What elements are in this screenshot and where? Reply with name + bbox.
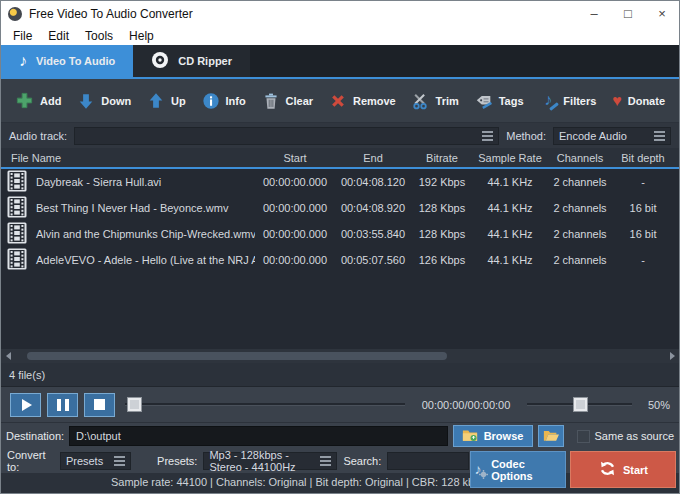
file-row[interactable]: Daybreak - Sierra Hull.avi 00:00:00.000 … bbox=[1, 169, 679, 195]
presets-dropdown[interactable]: Mp3 - 128kbps - Stereo - 44100Hz bbox=[203, 452, 337, 470]
file-row[interactable]: AdeleVEVO - Adele - Hello (Live at the N… bbox=[1, 247, 679, 273]
file-name: Best Thing I Never Had - Beyonce.wmv bbox=[36, 202, 228, 214]
audio-track-dropdown[interactable] bbox=[74, 127, 499, 145]
stop-button[interactable] bbox=[84, 393, 115, 417]
x-icon bbox=[329, 92, 347, 110]
filters-button[interactable]: ♪ Filters bbox=[539, 92, 596, 110]
pause-button[interactable] bbox=[47, 393, 78, 417]
cell-channels: 2 channels bbox=[547, 254, 613, 266]
menu-file[interactable]: File bbox=[5, 29, 40, 43]
menu-bar: File Edit Tools Help bbox=[1, 27, 679, 45]
minimize-button[interactable]: – bbox=[577, 1, 611, 27]
cell-end: 00:04:08.120 bbox=[335, 176, 411, 188]
cell-channels: 2 channels bbox=[547, 176, 613, 188]
file-row[interactable]: Alvin and the Chipmunks Chip-Wrecked.wmv… bbox=[1, 221, 679, 247]
music-note-icon: ♪ bbox=[19, 52, 27, 70]
file-name: AdeleVEVO - Adele - Hello (Live at the N… bbox=[36, 254, 255, 266]
play-icon bbox=[22, 399, 32, 411]
refresh-icon bbox=[598, 459, 617, 480]
search-input[interactable] bbox=[387, 452, 469, 470]
volume-slider-thumb[interactable] bbox=[573, 397, 588, 412]
donate-button[interactable]: ♥ Donate bbox=[612, 93, 665, 109]
volume-slider[interactable] bbox=[527, 393, 632, 416]
file-row[interactable]: Best Thing I Never Had - Beyonce.wmv 00:… bbox=[1, 195, 679, 221]
cell-start: 00:00:00.000 bbox=[255, 254, 335, 266]
convert-to-label: Convert to: bbox=[7, 449, 54, 473]
volume-percent: 50% bbox=[638, 399, 670, 411]
column-file-name[interactable]: File Name bbox=[1, 152, 255, 164]
codec-options-button[interactable]: ♪ Codec Options bbox=[470, 451, 566, 488]
convert-to-value: Presets bbox=[66, 455, 114, 467]
scrollbar-thumb[interactable] bbox=[27, 352, 447, 360]
start-button[interactable]: Start bbox=[570, 451, 676, 488]
player-bar: 00:00:00/00:00:00 50% bbox=[1, 387, 679, 423]
presets-value: Mp3 - 128kbps - Stereo - 44100Hz bbox=[209, 449, 320, 473]
destination-input[interactable]: D:\output bbox=[69, 426, 447, 446]
add-button[interactable]: Add bbox=[15, 91, 61, 110]
tab-video-to-audio[interactable]: ♪ Video To Audio bbox=[1, 45, 133, 77]
scroll-left-arrow-icon[interactable] bbox=[1, 349, 15, 363]
column-end[interactable]: End bbox=[335, 152, 411, 164]
clear-button[interactable]: Clear bbox=[262, 92, 314, 110]
film-icon bbox=[7, 222, 27, 246]
start-label: Start bbox=[623, 464, 648, 476]
table-header: File Name Start End Bitrate Sample Rate … bbox=[1, 148, 679, 169]
cell-bit-depth: - bbox=[613, 254, 673, 266]
play-button[interactable] bbox=[10, 393, 41, 417]
playback-time: 00:00:00/00:00:00 bbox=[411, 399, 521, 411]
column-sample-rate[interactable]: Sample Rate bbox=[473, 152, 547, 164]
method-dropdown[interactable]: Encode Audio bbox=[553, 127, 671, 145]
seek-slider[interactable] bbox=[125, 393, 405, 416]
tab-cd-ripper[interactable]: CD Ripper bbox=[133, 45, 250, 77]
info-button[interactable]: Info bbox=[202, 92, 246, 110]
tab-label: CD Ripper bbox=[178, 55, 232, 67]
column-bit-depth[interactable]: Bit depth bbox=[613, 152, 673, 164]
destination-value: D:\output bbox=[76, 430, 121, 442]
open-folder-icon bbox=[543, 429, 559, 444]
search-label: Search: bbox=[343, 455, 381, 467]
destination-label: Destination: bbox=[6, 430, 64, 442]
column-start[interactable]: Start bbox=[255, 152, 335, 164]
title-bar: Free Video To Audio Converter – □ × bbox=[1, 1, 679, 27]
convert-to-dropdown[interactable]: Presets bbox=[60, 452, 131, 470]
file-count: 4 file(s) bbox=[9, 369, 45, 381]
up-button[interactable]: Up bbox=[147, 92, 186, 110]
close-button[interactable]: × bbox=[645, 1, 679, 27]
cell-start: 00:00:00.000 bbox=[255, 202, 335, 214]
presets-label: Presets: bbox=[157, 455, 197, 467]
file-name: Alvin and the Chipmunks Chip-Wrecked.wmv bbox=[36, 228, 255, 240]
toolbar: Add Down Up Info Clear Remove Trim Tags bbox=[1, 79, 679, 123]
cell-channels: 2 channels bbox=[547, 202, 613, 214]
info-icon bbox=[202, 92, 220, 110]
seek-slider-thumb[interactable] bbox=[127, 397, 142, 412]
open-folder-button[interactable] bbox=[538, 425, 564, 447]
maximize-button[interactable]: □ bbox=[611, 1, 645, 27]
column-bitrate[interactable]: Bitrate bbox=[411, 152, 473, 164]
file-name: Daybreak - Sierra Hull.avi bbox=[36, 176, 161, 188]
tab-label: Video To Audio bbox=[36, 55, 115, 67]
tab-bar: ♪ Video To Audio CD Ripper bbox=[1, 45, 679, 79]
menu-help[interactable]: Help bbox=[121, 29, 162, 43]
down-button[interactable]: Down bbox=[77, 92, 131, 110]
cell-start: 00:00:00.000 bbox=[255, 176, 335, 188]
browse-label: Browse bbox=[484, 430, 524, 442]
horizontal-scrollbar[interactable] bbox=[1, 349, 679, 363]
folder-icon bbox=[462, 429, 478, 444]
cell-sample-rate: 44.1 KHz bbox=[473, 202, 547, 214]
column-channels[interactable]: Channels bbox=[547, 152, 613, 164]
cell-bit-depth: - bbox=[613, 176, 673, 188]
trim-button[interactable]: Trim bbox=[412, 92, 459, 110]
destination-bar: Destination: D:\output Browse Same as so… bbox=[1, 423, 679, 449]
same-as-source-checkbox[interactable] bbox=[577, 430, 590, 443]
scroll-right-arrow-icon[interactable] bbox=[665, 349, 679, 363]
menu-edit[interactable]: Edit bbox=[40, 29, 77, 43]
file-list: Daybreak - Sierra Hull.avi 00:00:00.000 … bbox=[1, 169, 679, 273]
app-window: Free Video To Audio Converter – □ × File… bbox=[0, 0, 680, 494]
method-value: Encode Audio bbox=[559, 130, 654, 142]
remove-button[interactable]: Remove bbox=[329, 92, 396, 110]
cd-icon bbox=[151, 51, 169, 71]
cell-bit-depth: 16 bit bbox=[613, 202, 673, 214]
tags-button[interactable]: Tags bbox=[475, 92, 524, 110]
menu-tools[interactable]: Tools bbox=[77, 29, 121, 43]
browse-button[interactable]: Browse bbox=[453, 425, 533, 447]
